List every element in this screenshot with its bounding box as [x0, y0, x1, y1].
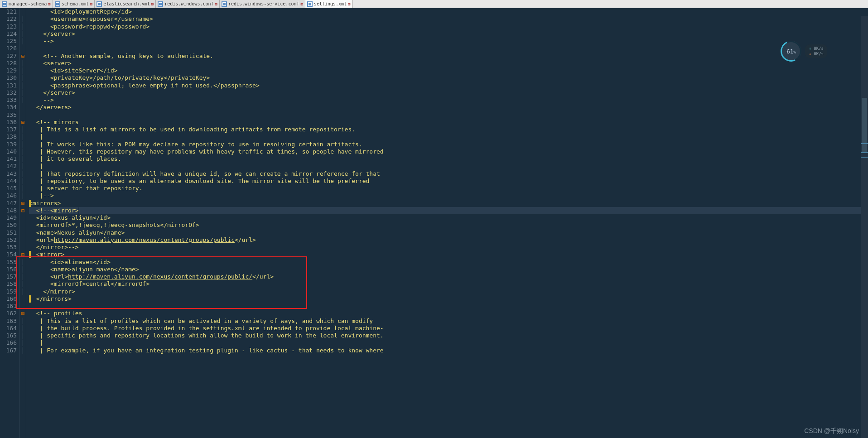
- code-line[interactable]: <id>siteServer</id>: [29, 67, 868, 74]
- change-marker: [29, 295, 31, 303]
- code-line[interactable]: <passphrase>optional; leave empty if not…: [29, 82, 868, 89]
- tab-managed-schema[interactable]: managed-schema⊠: [0, 0, 53, 8]
- code-line[interactable]: <!-- Another sample, using keys to authe…: [29, 53, 868, 60]
- fold-marker: │: [20, 155, 26, 163]
- fold-marker[interactable]: ⊟: [20, 251, 26, 258]
- fold-marker[interactable]: ⊟: [20, 310, 26, 317]
- fold-marker[interactable]: ⊟: [20, 207, 26, 214]
- fold-marker: │: [20, 288, 26, 295]
- code-line[interactable]: [29, 111, 868, 119]
- code-line[interactable]: |-->: [29, 192, 868, 199]
- code-line[interactable]: | This is a list of mirrors to be used i…: [29, 126, 868, 133]
- code-line[interactable]: </servers>: [29, 104, 868, 111]
- tab-redis-windows-conf[interactable]: redis.windows.conf⊠: [156, 0, 220, 8]
- line-number: 159: [0, 288, 17, 295]
- fold-marker: │: [20, 318, 26, 325]
- close-icon[interactable]: ⊠: [90, 2, 92, 6]
- code-line[interactable]: -->: [29, 96, 868, 104]
- code-line[interactable]: | repository, to be used as an alternate…: [29, 178, 868, 185]
- tab-elasticsearch-yml[interactable]: elasticsearch.yml⊠: [95, 0, 156, 8]
- tab-schema-xml[interactable]: schema.xml⊠: [53, 0, 95, 8]
- code-line[interactable]: <mirrorOf>central</mirrorOf>: [29, 280, 868, 288]
- code-line[interactable]: <url>http://maven.aliyun.com/nexus/conte…: [29, 236, 868, 244]
- code-line[interactable]: | the build process. Profiles provided i…: [29, 325, 868, 332]
- line-number: 158: [0, 280, 17, 288]
- code-line[interactable]: | That repository definition will have a…: [29, 170, 868, 178]
- code-line[interactable]: | It works like this: a POM may declare …: [29, 141, 868, 148]
- code-line[interactable]: |: [29, 133, 868, 140]
- fold-marker: │: [20, 96, 26, 104]
- code-line[interactable]: </server>: [29, 30, 868, 38]
- line-number: 148: [0, 207, 17, 214]
- tab-redis-windows-service-conf[interactable]: redis.windows-service.conf⊠: [220, 0, 305, 8]
- fold-column[interactable]: ││││⊟││││││⊟││││││││││⊟⊟⊟│││││⊟│││││: [20, 8, 26, 438]
- code-line[interactable]: [29, 45, 868, 52]
- code-line[interactable]: [29, 303, 868, 310]
- scroll-marker: [861, 143, 868, 144]
- scroll-thumb[interactable]: [862, 98, 867, 152]
- fold-marker[interactable]: ⊟: [20, 53, 26, 60]
- code-line[interactable]: </server>: [29, 89, 868, 96]
- code-line[interactable]: <!-- mirrors: [29, 119, 868, 126]
- code-line[interactable]: <name>aliyun maven</name>: [29, 266, 868, 273]
- code-line[interactable]: |: [29, 163, 868, 170]
- line-number: 144: [0, 178, 17, 185]
- code-line[interactable]: | it to several places.: [29, 155, 868, 163]
- line-number: 145: [0, 185, 17, 192]
- fold-marker: │: [20, 170, 26, 178]
- code-line[interactable]: <id>nexus-aliyun</id>: [29, 214, 868, 221]
- close-icon[interactable]: ⊠: [215, 2, 217, 6]
- code-line[interactable]: <url>http://maven.aliyun.com/nexus/conte…: [29, 273, 868, 280]
- code-area[interactable]: <id>deploymentRepo</id> <username>repous…: [29, 8, 868, 438]
- file-icon: [158, 1, 163, 7]
- code-line[interactable]: | specific paths and repository location…: [29, 332, 868, 339]
- close-icon[interactable]: ⊠: [300, 2, 303, 6]
- system-monitor-widget[interactable]: 61% 0K/s 0K/s: [781, 41, 827, 62]
- tab-settings-xml[interactable]: settings.xml⊠: [305, 0, 353, 8]
- code-line[interactable]: | server for that repository.: [29, 185, 868, 192]
- fold-marker[interactable]: ⊟: [20, 200, 26, 207]
- code-line[interactable]: <password>repopwd</password>: [29, 23, 868, 30]
- code-line[interactable]: | For example, if you have an integratio…: [29, 347, 868, 354]
- code-line[interactable]: <mirrors>: [29, 200, 868, 207]
- code-line[interactable]: <id>alimaven</id>: [29, 259, 868, 266]
- code-line[interactable]: </mirrors>: [29, 295, 868, 303]
- code-line[interactable]: <mirrorOf>*,!jeecg,!jeecg-snapshots</mir…: [29, 221, 868, 229]
- line-number: 136: [0, 119, 17, 126]
- fold-marker: │: [20, 60, 26, 67]
- line-number: 137: [0, 126, 17, 133]
- code-line[interactable]: | This is a list of profiles which can b…: [29, 318, 868, 325]
- line-number: 130: [0, 74, 17, 82]
- vertical-scrollbar[interactable]: [861, 16, 868, 438]
- close-icon[interactable]: ⊠: [348, 2, 350, 6]
- fold-marker: │: [20, 141, 26, 148]
- line-number: 143: [0, 170, 17, 178]
- fold-marker: [20, 303, 26, 310]
- close-icon[interactable]: ⊠: [48, 2, 50, 6]
- code-line[interactable]: |: [29, 339, 868, 347]
- fold-marker: │: [20, 74, 26, 82]
- code-line[interactable]: -->: [29, 38, 868, 45]
- code-line[interactable]: <name>Nexus aliyun</name>: [29, 229, 868, 236]
- code-line[interactable]: </mirror>-->: [29, 244, 868, 251]
- code-line[interactable]: | However, this repository may have prob…: [29, 148, 868, 155]
- line-number: 134: [0, 104, 17, 111]
- close-icon[interactable]: ⊠: [151, 2, 154, 6]
- code-line[interactable]: <!--<mirror>: [29, 207, 868, 214]
- tab-bar: managed-schema⊠ schema.xml⊠ elasticsearc…: [0, 0, 868, 8]
- code-line[interactable]: <mirror>: [29, 251, 868, 258]
- code-line[interactable]: <id>deploymentRepo</id>: [29, 8, 868, 15]
- fold-marker: │: [20, 273, 26, 280]
- fold-marker: │: [20, 339, 26, 347]
- line-number: 149: [0, 214, 17, 221]
- code-line[interactable]: <username>repouser</username>: [29, 15, 868, 23]
- code-line[interactable]: <server>: [29, 60, 868, 67]
- file-icon: [307, 1, 313, 7]
- code-line[interactable]: <!-- profiles: [29, 310, 868, 317]
- line-number: 166: [0, 339, 17, 347]
- watermark: CSDN @千朔Noisy: [804, 427, 859, 435]
- line-number: 123: [0, 23, 17, 30]
- code-line[interactable]: <privateKey>/path/to/private/key</privat…: [29, 74, 868, 82]
- fold-marker[interactable]: ⊟: [20, 119, 26, 126]
- code-line[interactable]: </mirror>: [29, 288, 868, 295]
